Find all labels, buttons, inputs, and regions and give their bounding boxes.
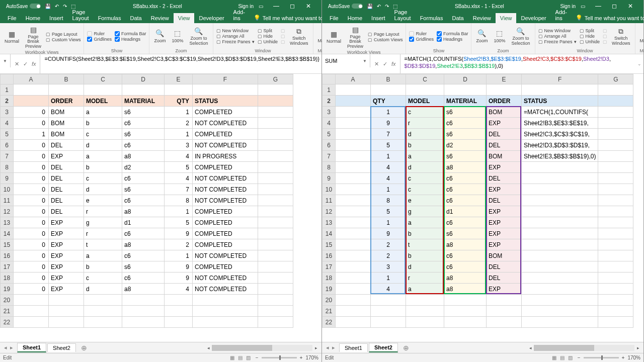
cell[interactable] <box>336 250 371 261</box>
cell[interactable]: a <box>406 151 444 162</box>
cell[interactable]: 9 <box>165 273 193 284</box>
cell[interactable] <box>336 195 371 206</box>
cell[interactable] <box>522 217 598 228</box>
cell[interactable]: DEL <box>487 129 522 140</box>
scroll-left-icon[interactable]: ◂ <box>527 345 534 350</box>
zoom-button[interactable]: 🔍Zoom <box>474 28 489 44</box>
cell[interactable] <box>406 317 444 328</box>
cell[interactable] <box>598 217 633 228</box>
cell[interactable]: b <box>406 140 444 151</box>
cell[interactable] <box>49 295 84 306</box>
cell[interactable]: 8 <box>371 195 406 206</box>
cell[interactable]: COMPLETED <box>193 228 258 239</box>
cell[interactable]: 5 <box>371 206 406 217</box>
tab-home[interactable]: Home <box>343 13 367 23</box>
tab-developer[interactable]: Developer <box>194 13 228 23</box>
cell[interactable] <box>406 306 444 317</box>
col-header[interactable]: B <box>371 74 406 84</box>
cell[interactable] <box>258 162 293 173</box>
cell[interactable]: =MATCH(1,COUNTIFS( <box>522 107 598 118</box>
cancel-formula-icon[interactable]: ✕ <box>15 61 19 67</box>
cell[interactable] <box>598 206 633 217</box>
scroll-left-icon[interactable]: ◂ <box>205 345 212 350</box>
col-header[interactable]: A <box>14 74 49 84</box>
cell[interactable] <box>598 173 633 184</box>
col-header[interactable]: G <box>598 74 633 84</box>
cell[interactable] <box>258 195 293 206</box>
cell[interactable]: DEL <box>49 184 84 195</box>
sheet-tab-sheet2[interactable]: Sheet2 <box>47 343 76 352</box>
cell[interactable]: g <box>84 217 122 228</box>
cell[interactable] <box>258 184 293 195</box>
cell[interactable]: 1 <box>165 250 193 261</box>
tab-review[interactable]: Review <box>146 13 174 23</box>
cell[interactable] <box>598 184 633 195</box>
cell[interactable]: 7 <box>371 129 406 140</box>
cell[interactable] <box>598 151 633 162</box>
freeze-panes-button[interactable]: ▢ Freeze Panes ▾ <box>216 39 255 44</box>
cell[interactable] <box>122 295 165 306</box>
cell[interactable] <box>336 118 371 129</box>
cell[interactable] <box>406 84 444 96</box>
row-header[interactable]: 16 <box>1 250 14 261</box>
cell[interactable]: EXP <box>487 217 522 228</box>
cell[interactable]: BOM <box>49 118 84 129</box>
cell[interactable]: 0 <box>14 195 49 206</box>
tab-file[interactable]: File <box>325 13 343 23</box>
unhide-button[interactable]: ▢ Unhide <box>258 39 278 44</box>
cell[interactable] <box>258 140 293 151</box>
cell[interactable] <box>14 317 49 328</box>
cell[interactable]: d <box>406 261 444 273</box>
cell[interactable]: 0 <box>14 228 49 239</box>
cell[interactable] <box>122 317 165 328</box>
cell[interactable] <box>598 295 633 306</box>
cell[interactable]: NOT COMPLETED <box>193 184 258 195</box>
formula-bar-check[interactable]: Formula Bar <box>437 31 468 36</box>
cell[interactable]: DEL <box>49 173 84 184</box>
cell[interactable]: c6 <box>444 184 487 195</box>
row-header[interactable]: 5 <box>1 129 14 140</box>
ribbon-mode-icon[interactable]: ▭ <box>259 4 263 9</box>
row-header[interactable]: 19 <box>323 284 336 295</box>
cell[interactable] <box>49 84 84 96</box>
cell[interactable] <box>598 195 633 206</box>
cell[interactable] <box>258 295 293 306</box>
cell[interactable]: EXP <box>487 284 522 295</box>
ruler-check[interactable]: Ruler <box>409 31 434 36</box>
cell[interactable] <box>258 173 293 184</box>
zoom-slider[interactable] <box>584 357 619 358</box>
cell[interactable] <box>522 84 598 96</box>
zoom-button[interactable]: 🔍Zoom <box>152 28 167 44</box>
cell[interactable]: 0 <box>14 151 49 162</box>
tab-addins[interactable]: Add-ins <box>551 7 572 23</box>
cell[interactable] <box>598 96 633 107</box>
cell[interactable]: 2 <box>165 239 193 250</box>
cell[interactable] <box>598 284 633 295</box>
cell[interactable] <box>14 96 49 107</box>
row-header[interactable]: 4 <box>323 118 336 129</box>
cell[interactable] <box>522 284 598 295</box>
cell[interactable] <box>598 250 633 261</box>
cell[interactable]: 0 <box>14 140 49 151</box>
cell[interactable]: 1 <box>165 206 193 217</box>
cell[interactable]: c <box>84 273 122 284</box>
zoom-in-icon[interactable]: + <box>300 355 303 360</box>
cell[interactable] <box>193 295 258 306</box>
cell[interactable] <box>522 184 598 195</box>
cell[interactable]: r <box>406 118 444 129</box>
cell[interactable]: c <box>406 173 444 184</box>
cancel-formula-icon[interactable]: ✕ <box>374 61 379 67</box>
cell[interactable] <box>84 84 122 96</box>
cell[interactable]: b <box>84 162 122 173</box>
cell[interactable]: s6 <box>444 228 487 239</box>
row-header[interactable]: 20 <box>323 295 336 306</box>
cell[interactable] <box>522 317 598 328</box>
cell[interactable] <box>487 317 522 328</box>
cell[interactable] <box>193 317 258 328</box>
cell[interactable]: 0 <box>14 239 49 250</box>
row-header[interactable]: 15 <box>1 239 14 250</box>
cell[interactable]: 1 <box>371 273 406 284</box>
tab-file[interactable]: File <box>3 13 21 23</box>
cell[interactable] <box>522 195 598 206</box>
cell[interactable]: Sheet2!E3,$B$3:$B$19),0) <box>522 151 598 162</box>
